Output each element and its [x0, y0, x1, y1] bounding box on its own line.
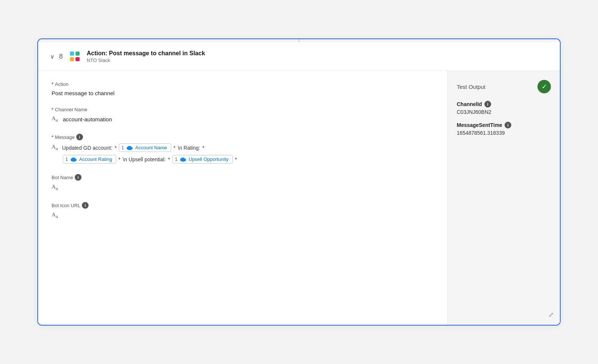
collapse-chevron[interactable]: ∨: [50, 53, 55, 60]
success-check: ✓: [542, 83, 547, 91]
slack-icon: [67, 49, 82, 64]
account-name-token[interactable]: 1 Account Name: [119, 143, 171, 152]
step-subtitle: NTO Slack: [87, 57, 205, 63]
expand-icon[interactable]: ⤢: [548, 311, 554, 319]
account-rating-token[interactable]: 1 Account Rating: [63, 155, 116, 164]
account-name-token-num: 1: [121, 145, 124, 150]
step-number: 8: [59, 53, 63, 60]
bot-name-label-text: Bot Name: [52, 175, 73, 180]
bot-icon-section: Bot Icon URL i Aa: [52, 202, 434, 220]
success-icon: ✓: [537, 80, 551, 93]
bot-name-aa-icon: Aa: [52, 184, 60, 192]
message-star-4: *: [118, 156, 120, 162]
message-star-1: *: [115, 145, 117, 151]
message-label-text: Message: [55, 134, 75, 140]
bot-name-value-row: Aa: [52, 184, 434, 192]
message-required-star: *: [52, 134, 53, 140]
channel-id-label: ChannelId i: [457, 101, 551, 108]
account-rating-token-num: 1: [65, 157, 68, 162]
svg-point-14: [71, 158, 74, 159]
channel-name-label: * Channel Name: [52, 107, 434, 112]
left-panel: * Action Post message to channel * Chann…: [38, 71, 448, 325]
action-section: * Action Post message to channel: [52, 81, 434, 96]
message-sent-time-value: 1654878561.318339: [457, 130, 551, 136]
bot-icon-label-text: Bot Icon URL: [52, 203, 80, 208]
message-info-icon[interactable]: i: [76, 134, 83, 140]
account-rating-token-label: Account Rating: [79, 156, 112, 162]
channel-name-label-text: Channel Name: [55, 107, 87, 112]
channel-id-block: ChannelId i C03JNJ60BN2: [457, 101, 551, 115]
upsell-token-num: 1: [175, 157, 178, 162]
svg-point-19: [181, 158, 184, 159]
action-value: Post message to channel: [52, 90, 114, 96]
bot-icon-aa-icon: Aa: [52, 212, 60, 220]
channel-name-section: * Channel Name Aa account-automation: [52, 107, 434, 123]
channel-required-star: *: [52, 107, 53, 112]
action-label: * Action: [52, 81, 434, 87]
bot-name-section: Bot Name i Aa: [52, 174, 434, 192]
message-sent-time-label: MessageSentTime i: [457, 122, 551, 128]
test-output-title: Test Output: [457, 84, 486, 90]
message-text-2: \n Rating:: [178, 145, 200, 151]
svg-point-9: [127, 146, 130, 148]
channel-name-value: account-automation: [63, 116, 112, 122]
bot-icon-info-icon[interactable]: i: [82, 202, 89, 209]
action-label-text: Action: [55, 81, 68, 87]
channel-id-value: C03JNJ60BN2: [457, 109, 551, 115]
message-star-3: *: [202, 145, 204, 151]
connector-line: [38, 39, 560, 42]
svg-rect-1: [70, 52, 74, 56]
bot-name-label-row: Bot Name i: [52, 174, 434, 181]
message-label-row: * Message i: [52, 134, 434, 140]
bot-icon-label-row: Bot Icon URL i: [52, 202, 434, 209]
message-section: * Message i Aa Updated GD account: * 1: [52, 134, 434, 164]
step-title-block: Action: Post message to channel in Slack…: [87, 50, 205, 63]
message-star-2: *: [173, 145, 175, 151]
test-output-header: Test Output ✓: [457, 80, 551, 93]
svg-rect-4: [75, 57, 80, 61]
channel-aa-icon: Aa: [52, 115, 60, 123]
message-line-1: Aa Updated GD account: * 1 Accoun: [52, 143, 434, 152]
channel-name-value-row: Aa account-automation: [52, 115, 434, 123]
upsell-opportunity-token-label: Upsell Opportunity: [189, 156, 229, 162]
sf-cloud-icon-account-name: [126, 145, 133, 150]
action-required-star: *: [52, 81, 53, 87]
bot-name-info-icon[interactable]: i: [75, 174, 81, 181]
message-aa-icon: Aa: [52, 144, 60, 152]
message-text-3: \n Upsell potential:: [123, 156, 166, 162]
main-area: * Action Post message to channel * Chann…: [38, 71, 560, 325]
svg-rect-3: [70, 57, 74, 61]
message-star-6: *: [235, 156, 237, 162]
bot-icon-value-row: Aa: [52, 212, 434, 220]
svg-rect-0: [67, 49, 82, 64]
upsell-opportunity-token[interactable]: 1 Upsell Opportunity: [172, 155, 233, 164]
message-line-2: 1 Account Rating * \n Upsell potential: …: [52, 155, 434, 164]
sf-cloud-icon-account-rating: [70, 157, 77, 162]
message-sent-time-info-icon[interactable]: i: [505, 122, 511, 128]
main-card: ∨ 8 Action: Post message to channel in S…: [37, 38, 561, 326]
step-header: ∨ 8 Action: Post message to channel in S…: [38, 42, 560, 71]
message-text-1: Updated GD account:: [62, 145, 112, 151]
action-value-row: Post message to channel: [52, 90, 434, 96]
channel-id-info-icon[interactable]: i: [484, 101, 491, 108]
svg-rect-2: [75, 52, 80, 56]
sf-cloud-icon-upsell: [179, 157, 187, 162]
step-title: Action: Post message to channel in Slack: [87, 50, 205, 57]
right-panel: Test Output ✓ ChannelId i C03JNJ60BN2 Me…: [448, 71, 560, 325]
account-name-token-label: Account Name: [135, 145, 167, 150]
message-sent-time-block: MessageSentTime i 1654878561.318339: [457, 122, 551, 136]
message-star-5: *: [168, 156, 170, 162]
